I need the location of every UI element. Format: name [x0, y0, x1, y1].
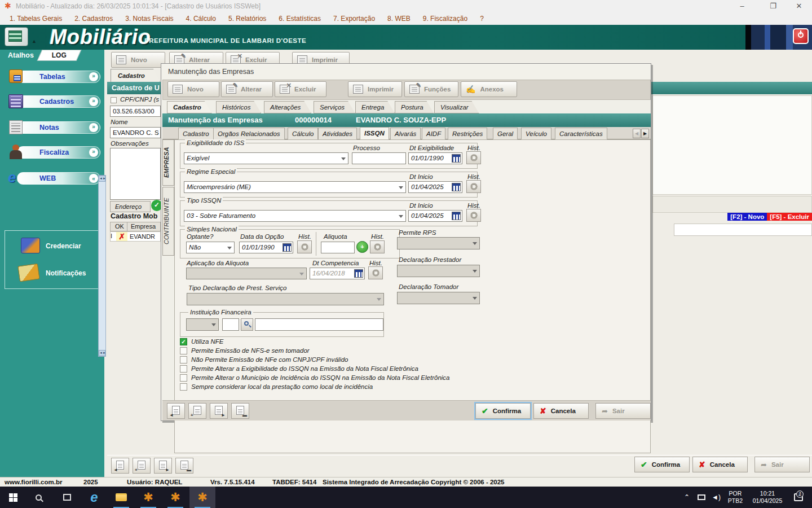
tab-postura[interactable]: Postura — [395, 101, 434, 113]
tab-endereco[interactable]: Endereço — [110, 201, 151, 212]
sidebar-item-web[interactable]: e WEB » — [5, 169, 100, 187]
menu-exportacao[interactable]: 7. Exportação — [327, 15, 381, 23]
tab-cadastro[interactable]: Cadastro — [167, 101, 212, 113]
record-last-button[interactable]: ▬ — [231, 403, 249, 419]
calendar-icon[interactable] — [283, 243, 292, 252]
menu-fiscalizacao[interactable]: 9. Fiscalização — [417, 15, 474, 23]
sidebar-item-notificacoes[interactable]: Notificações — [11, 264, 95, 283]
dt-competencia-input[interactable]: 16/04/2018 — [310, 268, 365, 279]
dlg-functions-button[interactable]: ✎Funções — [404, 81, 458, 97]
tab-visualizar[interactable]: Visualizar — [434, 101, 479, 113]
simples-history-button[interactable] — [297, 240, 312, 253]
competencia-history-button[interactable] — [368, 266, 383, 279]
regime-select[interactable]: Microempresário (ME) — [184, 181, 406, 193]
main-tab-cadastro[interactable]: Cadastro — [111, 69, 160, 82]
calendar-icon[interactable] — [354, 269, 363, 278]
chevron-up-icon[interactable]: » — [89, 174, 98, 183]
close-button[interactable]: ✕ — [786, 0, 812, 12]
tab-alteracoes[interactable]: Alterações — [264, 101, 311, 113]
menu-relatorios[interactable]: 5. Relatórios — [222, 15, 272, 23]
dlg-print-button[interactable]: Imprimir — [348, 81, 402, 97]
menu-calculo[interactable]: 4. Cálculo — [180, 15, 222, 23]
menu-estatisticas[interactable]: 6. Estatísticas — [272, 15, 327, 23]
calendar-icon[interactable] — [452, 212, 461, 220]
record-first-button[interactable]: ◄ — [111, 458, 129, 474]
tabs-scroll-left-icon[interactable]: ◀ — [633, 129, 641, 138]
record-prev-button[interactable]: + — [188, 403, 206, 419]
instituicao-search-button[interactable] — [241, 318, 253, 331]
declaracao-prestador-select[interactable] — [397, 265, 480, 277]
tab-inner-cadastro[interactable]: Cadastro — [178, 128, 214, 139]
side-tab-empresa[interactable]: EMPRESA — [162, 139, 174, 186]
nome-input[interactable]: EVANDRO C. S — [110, 127, 161, 138]
sidebar-item-tabelas[interactable]: Tabelas » — [5, 68, 100, 86]
cpf-filter-checkbox[interactable] — [111, 97, 117, 103]
dt-exigibilidade-input[interactable]: 01/01/1990 — [408, 152, 462, 164]
regime-history-button[interactable] — [466, 180, 481, 193]
tab-inner-alvaras[interactable]: Alvarás — [390, 128, 421, 139]
tab-inner-veiculo[interactable]: Veículo — [521, 128, 551, 139]
tab-entrega[interactable]: Entrega — [355, 101, 395, 113]
record-last-button[interactable]: ▬ — [175, 458, 193, 474]
optante-select[interactable]: Não — [186, 242, 235, 253]
tray-notifications-icon[interactable]: 1 — [788, 487, 809, 508]
utiliza-nfe-checkbox[interactable]: ✓ — [180, 338, 187, 345]
chevron-down-icon[interactable]: » — [89, 123, 98, 132]
chevron-down-icon[interactable]: » — [89, 72, 98, 81]
taskbar-search-button[interactable] — [27, 487, 53, 508]
record-prev-button[interactable]: + — [133, 458, 151, 474]
tray-network-icon[interactable] — [694, 487, 709, 508]
sidebar-item-fiscaliza[interactable]: Fiscaliza » — [5, 143, 100, 161]
menu-web[interactable]: 8. WEB — [381, 15, 417, 23]
taskbar-ie-button[interactable]: e — [81, 487, 107, 508]
exigibilidade-history-button[interactable] — [466, 151, 481, 164]
taskbar-fiorilli-app-3[interactable]: ✱ — [189, 487, 215, 508]
tab-inner-orgaos[interactable]: Orgãos Relacionados — [213, 128, 285, 139]
observacoes-textarea[interactable] — [110, 148, 161, 200]
calendar-icon[interactable] — [452, 154, 461, 163]
maximize-button[interactable]: ❐ — [760, 0, 786, 12]
menu-notas-fiscais[interactable]: 3. Notas Fiscais — [119, 15, 179, 23]
aliquota-input[interactable] — [321, 242, 355, 253]
minimize-button[interactable]: – — [729, 0, 755, 12]
dlg-edit-button[interactable]: ✎Alterar — [221, 81, 273, 97]
record-next-button[interactable]: ► — [210, 403, 228, 419]
tab-servicos[interactable]: Serviços — [314, 101, 355, 113]
tabs-scroll-right-icon[interactable]: ▶ — [641, 129, 649, 138]
record-next-button[interactable]: ► — [154, 458, 172, 474]
main-confirm-button[interactable]: ✔Confirma — [634, 457, 690, 472]
grid-row[interactable]: I ✗ EVANDR — [110, 231, 161, 242]
task-view-button[interactable] — [54, 487, 80, 508]
tab-inner-calculo[interactable]: Cálculo — [288, 128, 318, 139]
tray-language[interactable]: PORPTB2 — [724, 487, 747, 508]
menu-cadastros[interactable]: 2. Cadastros — [68, 15, 119, 23]
taskbar-explorer-button[interactable] — [108, 487, 134, 508]
processo-input[interactable] — [352, 152, 406, 164]
main-cancel-button[interactable]: ✘Cancela — [692, 457, 748, 472]
tray-chevron-icon[interactable]: ⌃ — [679, 487, 694, 508]
main-exit-button[interactable]: ➦Sair — [754, 457, 810, 472]
instituicao-codigo-input[interactable] — [222, 318, 239, 331]
menu-help[interactable]: ? — [474, 15, 490, 23]
dlg-cancel-button[interactable]: ✘Cancela — [533, 403, 589, 419]
add-aliquota-icon[interactable]: + — [356, 241, 368, 253]
side-tab-contribuinte[interactable]: CONTRIBUINTE — [162, 187, 174, 256]
sidebar-tab-log[interactable]: LOG — [37, 50, 82, 61]
tab-inner-caracteristicas[interactable]: Características — [555, 128, 607, 139]
tab-inner-geral[interactable]: Geral — [493, 128, 518, 139]
dt-inicio-regime-input[interactable]: 01/04/2025 — [408, 181, 462, 193]
dt-inicio-issqn-input[interactable]: 01/04/2025 — [408, 210, 462, 222]
tab-inner-aidf[interactable]: AIDF — [422, 128, 445, 139]
aliquota-history-button[interactable] — [370, 240, 385, 253]
nfe-cnpj-invalido-checkbox[interactable] — [180, 356, 187, 364]
menu-tabelas-gerais[interactable]: 1. Tabelas Gerais — [3, 15, 68, 23]
main-new-button[interactable]: Novo — [111, 52, 165, 68]
dlg-delete-button[interactable]: ✕Excluir — [275, 81, 326, 97]
sidebar-tab-atalhos[interactable]: Atalhos — [8, 51, 34, 59]
record-first-button[interactable]: ◄ — [167, 403, 185, 419]
alterar-municipio-checkbox[interactable] — [180, 374, 187, 382]
sidebar-item-cadastros[interactable]: Cadastros » — [5, 93, 100, 111]
taskbar-fiorilli-app-2[interactable]: ✱ — [162, 487, 188, 508]
power-exit-icon[interactable] — [793, 28, 809, 44]
panel-scrollbar[interactable]: ◄► ◄► — [98, 175, 106, 357]
